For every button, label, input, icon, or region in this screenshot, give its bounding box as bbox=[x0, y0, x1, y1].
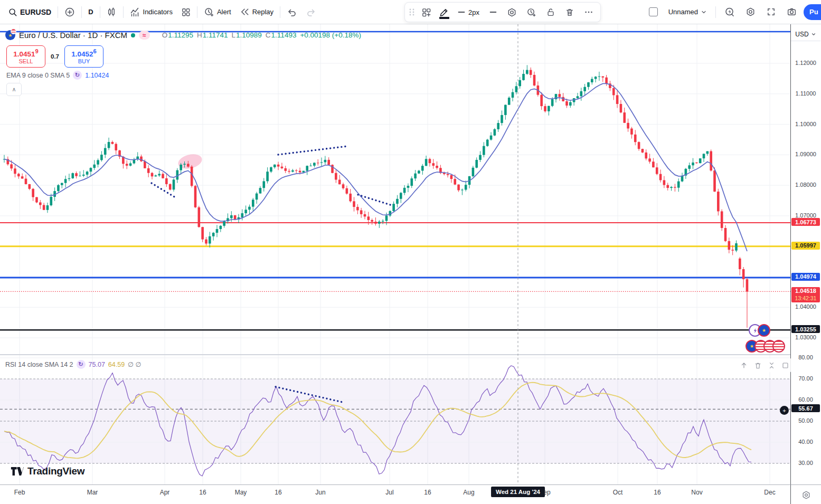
rsi-add-alert-plus-button[interactable]: + bbox=[780, 406, 789, 415]
fullscreen-icon bbox=[766, 7, 776, 17]
pane-collapse-button[interactable] bbox=[766, 359, 777, 371]
drawing-toolbar: 2px bbox=[404, 2, 601, 22]
legend-collapse-button[interactable]: ∧ bbox=[6, 83, 22, 96]
price-tick-label: 1.04000 bbox=[791, 303, 820, 310]
ohlc-low: L1.10989 bbox=[232, 31, 262, 39]
redo-button[interactable] bbox=[302, 4, 320, 21]
undo-button[interactable] bbox=[283, 4, 301, 21]
candle-body bbox=[281, 167, 284, 168]
settings-button[interactable] bbox=[503, 4, 521, 21]
add-alert-button[interactable] bbox=[523, 4, 540, 21]
candle-body bbox=[508, 98, 511, 105]
indicator-templates-button[interactable] bbox=[177, 4, 194, 21]
event-badge-row: ★ bbox=[749, 324, 770, 337]
template-add-button[interactable] bbox=[418, 4, 435, 21]
sell-button[interactable]: 1.04519 SELL bbox=[6, 45, 45, 68]
candle-body bbox=[630, 128, 633, 134]
candle-body bbox=[230, 215, 233, 218]
last-price-value: 1.04518 bbox=[791, 288, 820, 295]
time-tick-label: Aug bbox=[463, 489, 474, 496]
line-style-button[interactable] bbox=[485, 4, 501, 21]
candle-body bbox=[544, 106, 546, 111]
snapshot-button[interactable] bbox=[783, 4, 800, 21]
candle-body bbox=[429, 159, 431, 163]
save-layout-checkbox[interactable] bbox=[645, 4, 662, 21]
tradingview-logo[interactable]: TradingView bbox=[11, 465, 84, 477]
refresh-icon[interactable]: ↻ bbox=[77, 360, 86, 369]
fullscreen-button[interactable] bbox=[762, 4, 780, 21]
approx-data-badge[interactable]: ≈ bbox=[139, 31, 150, 40]
pane-move-up-button[interactable] bbox=[738, 359, 750, 371]
chart-canvas[interactable] bbox=[0, 0, 790, 504]
delete-drawing-button[interactable] bbox=[561, 4, 578, 21]
interval-label: D bbox=[88, 8, 93, 16]
price-scale[interactable]: USD 1.120001.110001.100001.090001.080001… bbox=[790, 24, 821, 504]
time-tick-label: 16 bbox=[654, 489, 660, 496]
candle-body bbox=[605, 78, 608, 83]
alert-button[interactable]: Alert bbox=[200, 4, 235, 21]
candle-body bbox=[43, 205, 45, 210]
dotted-trendline-drawing[interactable] bbox=[358, 195, 392, 205]
chart-style-button[interactable] bbox=[103, 4, 120, 21]
chart-settings-button[interactable] bbox=[742, 4, 759, 21]
eu-event-icon[interactable]: ★ bbox=[758, 324, 770, 337]
candle-body bbox=[270, 167, 272, 172]
arrow-up-icon bbox=[740, 361, 748, 369]
candle-body bbox=[425, 159, 428, 166]
layout-menu-button[interactable]: Unnamed bbox=[665, 4, 711, 21]
candle-body bbox=[674, 187, 676, 187]
candle-body bbox=[461, 189, 464, 190]
alert-clock-icon bbox=[204, 7, 214, 17]
replay-button[interactable]: Replay bbox=[236, 4, 277, 21]
price-level-badge: 1.06773 bbox=[791, 218, 820, 226]
candle-body bbox=[512, 92, 514, 98]
refresh-icon[interactable]: ↻ bbox=[73, 71, 82, 80]
candle-body bbox=[692, 163, 694, 165]
bar-countdown: 13:42:31 bbox=[791, 295, 820, 302]
chevron-down-icon bbox=[701, 9, 707, 15]
more-dots-icon bbox=[584, 7, 593, 17]
ema-legend[interactable]: EMA 9 close 0 SMA 5 ↻ 1.10424 bbox=[6, 71, 109, 80]
spread-value: 0.7 bbox=[51, 53, 59, 60]
symbol-search-button[interactable]: EURUSD bbox=[4, 4, 55, 21]
plus-circle-icon bbox=[64, 7, 75, 17]
candle-body bbox=[666, 185, 669, 188]
buy-price: 1.04526 bbox=[71, 48, 97, 58]
axis-settings-icon[interactable] bbox=[801, 490, 811, 500]
candle-body bbox=[162, 174, 164, 178]
pane-maximize-button[interactable] bbox=[779, 359, 791, 371]
candle-body bbox=[659, 174, 662, 180]
candle-body bbox=[129, 163, 132, 165]
publish-button[interactable]: Pu bbox=[804, 4, 821, 20]
checkbox-icon bbox=[649, 7, 658, 16]
price-scale-currency-button[interactable]: USD bbox=[791, 28, 820, 41]
dotted-trendline-drawing[interactable] bbox=[278, 146, 347, 155]
draw-color-button[interactable] bbox=[437, 4, 451, 20]
time-tick-label: Apr bbox=[160, 489, 170, 496]
indicators-button[interactable]: Indicators bbox=[126, 4, 176, 21]
compare-add-button[interactable] bbox=[61, 4, 79, 21]
interval-button[interactable]: D bbox=[84, 4, 97, 21]
pane-delete-button[interactable] bbox=[752, 359, 763, 371]
ema-label: EMA 9 close 0 SMA 5 bbox=[6, 72, 70, 79]
currency-label: USD bbox=[795, 31, 808, 38]
buy-button[interactable]: 1.04526 BUY bbox=[64, 45, 103, 68]
quick-search-button[interactable] bbox=[721, 4, 739, 21]
candle-body bbox=[216, 229, 219, 233]
candle-body bbox=[360, 210, 363, 214]
us-event-icon[interactable] bbox=[772, 340, 785, 353]
chart-title[interactable]: Euro / U.S. Dollar · 1D · FXCM bbox=[19, 31, 127, 40]
candle-body bbox=[454, 179, 456, 184]
candle-body bbox=[580, 91, 583, 96]
rsi-legend[interactable]: RSI 14 close SMA 14 2 ↻ 75.07 64.59 ∅ ∅ bbox=[5, 360, 141, 369]
candle-body bbox=[418, 170, 420, 173]
toolbar-separator bbox=[715, 6, 716, 18]
lock-button[interactable] bbox=[542, 4, 559, 21]
line-width-button[interactable]: 2px bbox=[454, 4, 483, 21]
candle-body bbox=[191, 167, 193, 186]
drag-handle-icon[interactable] bbox=[408, 7, 416, 17]
candle-body bbox=[173, 179, 175, 189]
candle-body bbox=[10, 164, 13, 168]
more-options-button[interactable] bbox=[580, 4, 597, 21]
time-axis[interactable]: FebMarApr16May16JunJul16AugSepOct16NovDe… bbox=[0, 484, 790, 504]
